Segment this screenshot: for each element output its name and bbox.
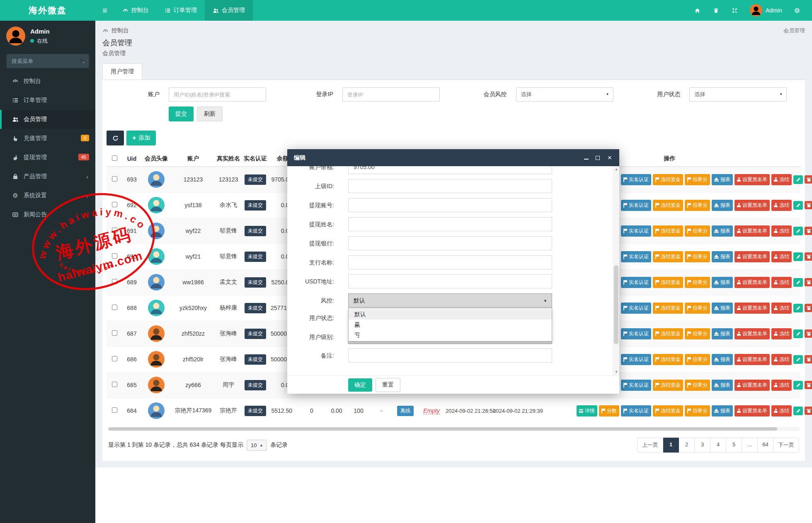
detail-button[interactable]: 详情 [577,405,597,416]
credit-score-button[interactable]: 信誉分 [685,174,710,185]
blacklist-button[interactable]: 设置黑名单 [734,303,770,314]
dropdown-option[interactable]: 赢 [349,320,552,330]
freeze-funds-button[interactable]: 冻结资金 [653,225,683,237]
row-checkbox[interactable] [112,228,117,233]
freeze-funds-button[interactable]: 冻结资金 [653,405,683,416]
edit-button[interactable] [793,329,803,338]
realname-button[interactable]: 实名认证 [621,328,651,339]
ip-filter-input[interactable] [342,87,440,102]
sidebar-item-withdraw[interactable]: 提现管理 45 [0,148,95,167]
reset-button[interactable]: 重置 [376,378,400,392]
brand-logo[interactable]: 海外微盘 [0,0,95,21]
report-button[interactable]: 报表 [712,303,733,314]
freeze-funds-button[interactable]: 冻结资金 [653,251,683,262]
select-all-checkbox[interactable] [112,155,117,161]
delete-button[interactable] [805,227,812,235]
credit-score-button[interactable]: 信誉分 [685,251,710,262]
maximize-icon[interactable] [596,156,600,160]
freeze-button[interactable]: 冻结 [771,174,792,185]
scroll-up-icon[interactable]: ▲ [613,166,619,173]
tab-user-management[interactable]: 用户管理 [102,63,142,80]
account-filter-input[interactable] [169,87,266,102]
report-button[interactable]: 报表 [712,200,733,211]
freeze-funds-button[interactable]: 冻结资金 [653,277,683,288]
edit-button[interactable] [793,227,803,235]
add-member-button[interactable]: +添加 [126,131,156,145]
field-input[interactable] [348,236,552,250]
freeze-button[interactable]: 冻结 [771,303,792,314]
freeze-funds-button[interactable]: 冻结资金 [653,200,683,211]
fullscreen-button[interactable] [725,0,744,21]
nav-item-dashboard[interactable]: 控制台 [114,0,157,21]
credit-score-button[interactable]: 信誉分 [685,225,710,237]
freeze-button[interactable]: 冻结 [771,200,792,211]
freeze-button[interactable]: 冻结 [771,405,792,416]
minimize-icon[interactable] [584,156,589,160]
page-button-64[interactable]: 64 [758,438,773,453]
risk-filter-select[interactable]: 选择 [516,87,613,102]
row-checkbox[interactable] [112,202,117,207]
prev-page-button[interactable]: 上一页 [637,438,663,453]
row-checkbox[interactable] [112,356,117,361]
credit-score-button[interactable]: 信誉分 [685,303,710,314]
delete-button[interactable] [805,278,812,286]
settings-button[interactable]: ⚙ [788,0,806,21]
realname-button[interactable]: 实名认证 [621,303,651,314]
blacklist-button[interactable]: 设置黑名单 [734,405,770,416]
delete-button[interactable] [805,201,812,209]
edit-button[interactable] [793,278,803,287]
sidebar-search-input[interactable] [6,54,89,68]
blacklist-button[interactable]: 设置黑名单 [734,251,770,262]
realname-button[interactable]: 实名认证 [621,174,651,185]
status-filter-select[interactable]: 选择 [689,87,787,102]
page-button-2[interactable]: 2 [679,438,695,453]
delete-button[interactable] [805,175,812,184]
freeze-funds-button[interactable]: 冻结资金 [653,354,683,365]
per-page-select[interactable]: 10▲ [247,440,267,451]
dropdown-option[interactable]: 亏 [349,330,552,340]
realname-button[interactable]: 实名认证 [621,380,651,391]
dropdown-option[interactable]: 默认 [349,309,552,320]
row-checkbox[interactable] [112,253,117,259]
report-button[interactable]: 报表 [712,174,733,185]
sidebar-item-settings[interactable]: ⚙ 系统设置 ‹ [0,186,95,205]
empty-link[interactable]: Empty [423,407,440,414]
refresh-button[interactable]: 刷新 [197,107,223,121]
score-button[interactable]: 分数 [599,405,619,416]
blacklist-button[interactable]: 设置黑名单 [734,225,770,237]
horizontal-scrollbar[interactable] [107,427,800,431]
submit-button[interactable]: 提交 [169,107,194,121]
scrollbar-thumb[interactable] [109,427,777,431]
report-button[interactable]: 报表 [712,251,733,262]
freeze-button[interactable]: 冻结 [771,225,792,237]
edit-button[interactable] [793,355,803,364]
field-input[interactable] [348,274,552,288]
row-checkbox[interactable] [112,305,117,310]
delete-button[interactable] [805,252,812,261]
realname-button[interactable]: 实名认证 [621,225,651,237]
next-page-button[interactable]: 下一页 [773,438,799,453]
table-refresh-button[interactable] [107,131,124,145]
freeze-funds-button[interactable]: 冻结资金 [653,380,683,391]
breadcrumb-dashboard[interactable]: 控制台 [111,27,129,34]
report-button[interactable]: 报表 [712,328,733,339]
report-button[interactable]: 报表 [712,354,733,365]
delete-button[interactable] [805,355,812,363]
blacklist-button[interactable]: 设置黑名单 [734,277,770,288]
clear-cache-button[interactable] [707,0,725,21]
sidebar-item-dashboard[interactable]: 控制台 [0,72,95,91]
edit-button[interactable] [793,252,803,261]
sidebar-item-members[interactable]: 会员管理 [0,110,95,129]
page-button-...[interactable]: ... [742,438,758,453]
freeze-button[interactable]: 冻结 [771,251,792,262]
edit-button[interactable] [793,175,803,184]
delete-button[interactable] [805,407,812,415]
delete-button[interactable] [805,381,812,389]
nav-item-orders[interactable]: 订单管理 [157,0,205,21]
edit-button[interactable] [793,381,803,390]
realname-button[interactable]: 实名认证 [621,354,651,365]
delete-button[interactable] [805,304,812,312]
row-checkbox[interactable] [112,176,117,182]
freeze-button[interactable]: 冻结 [771,328,792,339]
realname-button[interactable]: 实名认证 [621,405,651,416]
